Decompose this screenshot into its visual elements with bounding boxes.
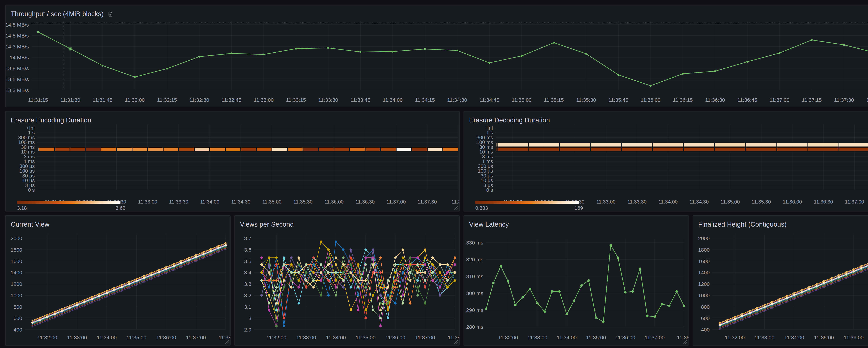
svg-text:11:34:00: 11:34:00 <box>200 199 219 205</box>
panel-title[interactable]: View Latency <box>469 221 509 228</box>
panel-header[interactable]: Erasure Decoding Duration <box>464 112 868 126</box>
svg-text:3.4: 3.4 <box>244 270 251 276</box>
series-node-12 <box>260 249 456 311</box>
panel-erasure-encoding-duration: Erasure Encoding Duration +Inf1 s300 ms1… <box>5 111 460 211</box>
svg-text:11:36:00: 11:36:00 <box>385 335 405 340</box>
svg-text:11:32:30: 11:32:30 <box>189 97 209 103</box>
series-throughput <box>37 31 868 87</box>
panel-throughput: Throughput / sec (4MiB blocks) 14.8 MB/s… <box>5 5 868 107</box>
view-latency-chart[interactable]: 330 ms320 ms310 ms300 ms290 ms280 ms11:3… <box>464 216 689 346</box>
x-axis: 11:32:0011:33:0011:34:0011:35:0011:36:00… <box>498 239 689 340</box>
panel-resize-handle[interactable] <box>454 205 458 210</box>
svg-text:11:34:30: 11:34:30 <box>689 199 709 205</box>
svg-text:11:37:30: 11:37:30 <box>834 97 854 103</box>
svg-text:3.5: 3.5 <box>244 258 251 264</box>
svg-text:14.3 MB/s: 14.3 MB/s <box>5 44 29 50</box>
svg-text:11:36:00: 11:36:00 <box>844 335 864 340</box>
views-per-second-chart[interactable]: 3.73.63.53.43.33.23.132.911:32:0011:33:0… <box>235 216 460 346</box>
heatmap-color-legend: 0.333 169 <box>475 201 579 204</box>
svg-text:600: 600 <box>701 315 710 321</box>
svg-text:11:33:00: 11:33:00 <box>527 335 547 340</box>
svg-text:11:33:45: 11:33:45 <box>350 97 370 103</box>
svg-text:11:37:00: 11:37:00 <box>186 335 206 340</box>
svg-text:11:33:30: 11:33:30 <box>169 199 188 205</box>
x-axis: 11:32:0011:33:0011:34:0011:35:0011:36:00… <box>37 234 230 340</box>
svg-text:1200: 1200 <box>698 281 710 287</box>
legend-min-value: 0.333 <box>475 205 488 211</box>
panel-finalized-height: Finalized Height (Contiguous) 2000180016… <box>693 215 868 346</box>
svg-text:11:35:00: 11:35:00 <box>814 335 834 340</box>
svg-text:11:34:45: 11:34:45 <box>479 97 499 103</box>
svg-text:800: 800 <box>13 304 22 310</box>
svg-text:1400: 1400 <box>10 270 22 276</box>
plot-area[interactable] <box>485 244 685 323</box>
svg-text:11:36:15: 11:36:15 <box>673 97 693 103</box>
panel-title[interactable]: Erasure Encoding Duration <box>11 117 91 124</box>
panel-resize-handle[interactable] <box>454 339 458 345</box>
svg-text:11:35:00: 11:35:00 <box>721 199 740 205</box>
y-axis: +Inf1 s300 ms100 ms30 ms10 ms3 ms1 ms300… <box>476 125 868 193</box>
svg-text:11:36:00: 11:36:00 <box>615 335 636 340</box>
svg-text:3.3: 3.3 <box>244 281 251 287</box>
legend-min-value: 3.18 <box>17 205 27 211</box>
svg-text:11:33:00: 11:33:00 <box>67 335 87 340</box>
throughput-chart[interactable]: 14.8 MB/s14.5 MB/s14.3 MB/s14 MB/s13.8 M… <box>5 5 868 107</box>
series-node-9 <box>260 257 456 327</box>
svg-text:300 ms: 300 ms <box>466 290 483 296</box>
panel-header[interactable]: View Latency <box>464 216 688 231</box>
current-view-chart[interactable]: 20001800160014001200100080060040011:32:0… <box>5 216 230 346</box>
panel-title[interactable]: Current View <box>11 221 50 228</box>
panel-description-icon[interactable] <box>107 11 113 17</box>
panel-resize-handle[interactable] <box>683 339 687 345</box>
svg-text:11:32:00: 11:32:00 <box>725 335 745 340</box>
panel-title[interactable]: Views per Second <box>240 221 294 228</box>
color-gradient-bar <box>475 201 579 204</box>
erasure-encoding-heatmap[interactable]: +Inf1 s300 ms100 ms30 ms10 ms3 ms1 ms300… <box>5 112 460 211</box>
svg-text:3.6: 3.6 <box>244 247 251 253</box>
heatmap-cells[interactable] <box>38 147 458 151</box>
panel-title[interactable]: Finalized Height (Contiguous) <box>698 221 786 228</box>
panel-title[interactable]: Erasure Decoding Duration <box>469 117 550 124</box>
panel-resize-handle[interactable] <box>225 339 229 345</box>
svg-text:13.5 MB/s: 13.5 MB/s <box>5 77 29 82</box>
svg-text:1600: 1600 <box>698 258 710 264</box>
svg-text:11:35:00: 11:35:00 <box>586 335 606 340</box>
plot-area[interactable] <box>31 242 227 327</box>
svg-text:11:37:30: 11:37:30 <box>418 199 437 205</box>
panel-header[interactable]: Throughput / sec (4MiB blocks) <box>5 5 868 20</box>
svg-text:280 ms: 280 ms <box>466 324 483 330</box>
svg-text:11:34:30: 11:34:30 <box>447 97 467 103</box>
plot-area[interactable] <box>719 244 868 330</box>
svg-text:400: 400 <box>701 327 710 332</box>
erasure-decoding-heatmap[interactable]: +Inf1 s300 ms100 ms30 ms10 ms3 ms1 ms300… <box>464 112 868 211</box>
svg-text:3.7: 3.7 <box>244 235 251 241</box>
svg-text:1800: 1800 <box>10 247 22 253</box>
svg-text:11:32:15: 11:32:15 <box>157 97 177 103</box>
plot-area[interactable] <box>32 21 868 90</box>
svg-text:11:34:00: 11:34:00 <box>784 335 804 340</box>
svg-text:0 s: 0 s <box>486 187 493 193</box>
svg-text:11:35:00: 11:35:00 <box>356 335 376 340</box>
svg-text:11:33:30: 11:33:30 <box>318 97 338 103</box>
svg-text:11:36:00: 11:36:00 <box>156 335 176 340</box>
panel-views-per-second: Views per Second 3.73.63.53.43.33.23.132… <box>235 215 460 346</box>
x-axis: 11:32:0011:33:0011:34:0011:35:0011:36:00… <box>725 234 868 340</box>
svg-text:14 MB/s: 14 MB/s <box>10 55 29 60</box>
y-axis: 14.8 MB/s14.5 MB/s14.3 MB/s14 MB/s13.8 M… <box>5 22 868 93</box>
svg-text:11:35:15: 11:35:15 <box>544 97 564 103</box>
svg-text:11:36:30: 11:36:30 <box>814 199 833 205</box>
svg-text:1000: 1000 <box>10 293 22 298</box>
svg-text:11:32:45: 11:32:45 <box>221 97 242 103</box>
panel-title[interactable]: Throughput / sec (4MiB blocks) <box>11 10 104 18</box>
panel-header[interactable]: Erasure Encoding Duration <box>5 112 459 126</box>
finalized-height-chart[interactable]: 20001800160014001200100080060040011:32:0… <box>693 216 868 346</box>
svg-text:330 ms: 330 ms <box>466 240 483 245</box>
svg-text:11:32:00: 11:32:00 <box>498 335 518 340</box>
svg-text:11:35:00: 11:35:00 <box>512 97 532 103</box>
svg-text:3: 3 <box>248 315 251 321</box>
panel-header[interactable]: Current View <box>5 216 230 231</box>
svg-text:14.8 MB/s: 14.8 MB/s <box>5 22 29 28</box>
panel-header[interactable]: Views per Second <box>235 216 459 231</box>
svg-text:400: 400 <box>13 327 22 332</box>
panel-header[interactable]: Finalized Height (Contiguous) <box>693 216 868 231</box>
